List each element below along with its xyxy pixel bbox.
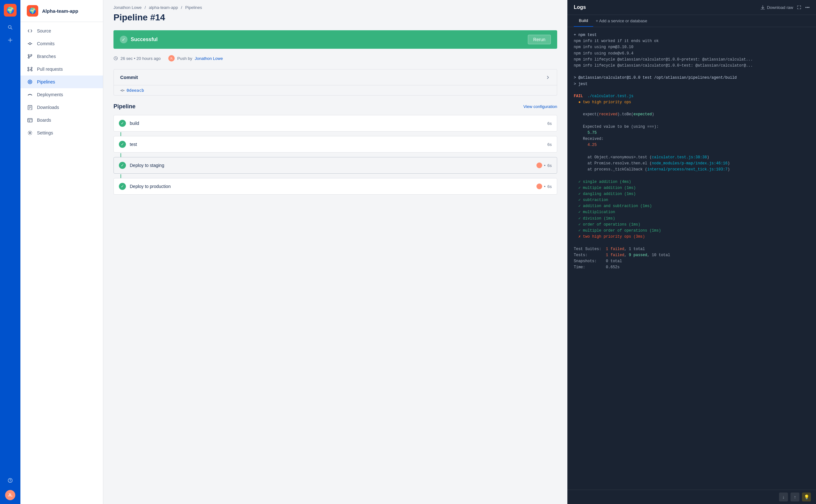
view-config-link[interactable]: View configuration [524,104,557,109]
log-line: ✓ multiplication [574,209,810,215]
expand-button[interactable] [797,5,801,10]
user-avatar[interactable]: JL [5,490,15,500]
boards-icon [27,117,33,123]
logs-body[interactable]: + npm test npm info it worked if it ends… [567,27,816,490]
sidebar-item-pull-requests[interactable]: Pull requests [20,63,103,76]
log-line: ✓ subtraction [574,197,810,203]
sidebar-item-commits[interactable]: Commits [20,37,103,50]
logs-tabs: Build + Add a service or database [567,15,816,27]
sidebar-item-deployments[interactable]: Deployments [20,88,103,101]
sidebar-item-pipelines[interactable]: Pipelines [20,76,103,88]
svg-rect-23 [28,119,32,122]
step-time: 6s [547,142,552,147]
svg-point-15 [31,70,32,71]
step-dot: • [544,163,546,168]
app-emoji: 🌍 [6,6,14,14]
logs-panel: Logs Download raw ••• Build + Add a serv… [567,0,816,504]
meta-row: 26 sec • 20 hours ago JL Push by Jonatho… [113,55,557,61]
step-name: Deploy to staging [130,163,533,168]
sidebar-item-label: Boards [37,118,51,123]
log-line [574,118,810,124]
svg-point-17 [28,80,32,84]
log-line: at process._tickCallback (internal/proce… [574,167,810,173]
step-meta: • 6s [537,162,552,168]
more-options-button[interactable]: ••• [805,5,810,10]
log-line: ✓ order of operations (1ms) [574,222,810,228]
app-icon[interactable]: 🌍 [4,4,17,17]
more-dots: ••• [805,5,810,10]
sidebar-header: 🌍 Alpha-team-app [20,0,103,22]
commit-section: Commit 0deeacb [113,69,557,96]
sidebar-item-downloads[interactable]: Downloads [20,101,103,114]
log-line: Received: [574,136,810,142]
expand-icon [797,5,801,10]
step-time: 6s [547,184,552,189]
search-icon[interactable] [4,22,16,33]
sidebar-item-settings[interactable]: Settings [20,126,103,139]
log-line: 5.75 [574,130,810,136]
status-success-icon: ✓ [120,36,127,43]
svg-point-26 [29,132,31,134]
sidebar-item-label: Settings [37,130,53,135]
sidebar-item-source[interactable]: Source [20,25,103,37]
pipeline-section: Pipeline View configuration ✓ build 6s ✓… [113,103,557,195]
step-deploy-production[interactable]: ✓ Deploy to production • 6s [113,178,557,195]
scroll-down-button[interactable]: ↓ [779,493,788,501]
step-avatar [537,162,542,168]
download-raw-button[interactable]: Download raw [761,5,793,10]
step-connector [120,153,121,157]
log-line [574,87,810,93]
step-build[interactable]: ✓ build 6s [113,115,557,132]
pusher-link[interactable]: Jonathon Lowe [195,56,223,61]
sidebar-item-label: Downloads [37,105,59,110]
sidebar-item-branches[interactable]: Branches [20,50,103,63]
svg-line-29 [116,58,117,59]
rerun-button[interactable]: Rerun [528,35,551,44]
step-connector [120,132,121,136]
commit-hash-link[interactable]: 0deeacb [126,88,144,93]
svg-point-30 [122,90,123,91]
step-success-icon: ✓ [119,141,126,148]
log-line: npm info lifecycle @atlassian/calculator… [574,63,810,69]
deployments-icon [27,91,33,98]
log-line [574,240,810,246]
status-text: Successful [131,37,157,42]
log-line: FAIL ./calculator.test.js [574,93,810,99]
log-line: > jest [574,81,810,87]
log-line: expect(received).toBe(expected) [574,112,810,118]
log-line: ✓ dangling addition (1ms) [574,191,810,197]
breadcrumb-repo[interactable]: alpha-team-app [149,5,178,10]
logs-footer: ↓ ↑ 💡 [567,490,816,504]
scroll-up-button[interactable]: ↑ [791,493,799,501]
log-line [574,148,810,155]
branches-icon [27,53,33,60]
step-meta: • 6s [537,184,552,189]
log-line [574,105,810,112]
logs-title: Logs [574,4,586,10]
step-deploy-staging[interactable]: ✓ Deploy to staging • 6s [113,157,557,174]
breadcrumb-sep2: / [181,5,182,10]
pipeline-section-header: Pipeline View configuration [113,103,557,110]
add-icon[interactable] [4,34,16,46]
pull-requests-icon [27,66,33,72]
step-test[interactable]: ✓ test 6s [113,136,557,153]
commits-icon [27,40,33,47]
log-line: ✓ multiple order of operations (1ms) [574,228,810,234]
chevron-right-icon [545,75,551,80]
step-time: 6s [547,121,552,126]
highlight-button[interactable]: 💡 [802,493,811,501]
log-line: ✓ addition and subtraction (1ms) [574,203,810,209]
sidebar-item-label: Deployments [37,92,63,97]
log-line [574,69,810,75]
logs-tab-add-service[interactable]: + Add a service or database [596,15,647,26]
breadcrumb-user[interactable]: Jonathon Lowe [113,5,141,10]
logs-tab-build[interactable]: Build [574,15,593,27]
sidebar-item-boards[interactable]: Boards [20,114,103,126]
svg-point-18 [29,81,31,83]
breadcrumb-sep1: / [145,5,146,10]
log-line: > @atlassian/calculator@1.0.0 test /opt/… [574,75,810,81]
logs-header: Logs Download raw ••• [567,0,816,15]
breadcrumb-section[interactable]: Pipelines [185,5,202,10]
breadcrumb: Jonathon Lowe / alpha-team-app / Pipelin… [103,0,567,12]
help-icon[interactable]: ? [4,475,16,486]
